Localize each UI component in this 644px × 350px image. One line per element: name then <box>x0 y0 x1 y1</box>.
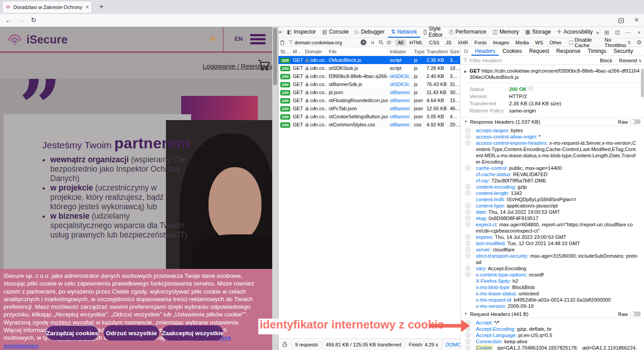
help-icon[interactable]: ? <box>466 184 470 189</box>
help-icon[interactable]: ? <box>466 339 470 344</box>
header-row[interactable]: x-ms-blob-type: BlockBlob <box>461 284 642 290</box>
help-icon[interactable]: ? <box>466 333 470 337</box>
site-logo[interactable]: iSecure <box>6 31 68 48</box>
details-scrollbar-thumb[interactable] <box>641 69 644 97</box>
details-tab-security[interactable]: Security <box>610 47 636 56</box>
help-icon[interactable]: ? <box>466 140 470 145</box>
throttling-dropdown[interactable]: No Throttling⇅ <box>602 37 633 48</box>
request-headers-section[interactable]: ▼ Request Headers (441 B) Raw <box>461 310 644 318</box>
header-row[interactable]: ?x-content-type-options: nosniff <box>461 272 642 278</box>
help-icon[interactable]: ? <box>466 128 470 133</box>
network-request-row[interactable]: 200GETcdn.co…otCommonStyles.cssotBanner…… <box>278 121 460 129</box>
header-row[interactable]: ?Accept-Encoding: gzip, deflate, br <box>461 326 642 332</box>
cart-icon[interactable] <box>257 59 271 71</box>
help-icon[interactable]: ? <box>466 234 470 239</box>
header-row[interactable]: ?Accept-Language: pl,en-US;q=0.5 <box>461 332 642 338</box>
devtools-meatball-menu-icon[interactable]: ⋯ <box>623 27 634 38</box>
header-row[interactable]: ?content-length: 1342 <box>461 190 642 196</box>
filter-clear-icon[interactable]: × <box>361 39 366 45</box>
details-tab-cookies[interactable]: Cookies <box>499 47 525 56</box>
network-request-row[interactable]: 200GETcdn.co…otPcTab.jsonotBanner…json12… <box>278 104 460 112</box>
type-filter-js[interactable]: JS <box>443 39 454 46</box>
header-row[interactable]: ?access-control-allow-origin: * <box>461 134 642 140</box>
twisty-icon[interactable]: ▶ <box>464 69 467 75</box>
forward-icon[interactable]: → <box>16 16 26 24</box>
help-icon[interactable]: ? <box>528 86 533 91</box>
help-icon[interactable]: ? <box>466 190 470 195</box>
header-row[interactable]: ?content-type: application/x-javascript <box>461 203 642 209</box>
initiator-cell[interactable]: otBanner… <box>388 98 412 103</box>
type-filter-media[interactable]: Media <box>513 39 531 46</box>
network-request-row[interactable]: 200GETcdn.co…f2890bc8-88eb-4bac-a266-df9… <box>278 72 460 80</box>
menu-hamburger-icon[interactable]: ≡ <box>631 16 641 23</box>
header-row[interactable]: ?strict-transport-security: max-age=3153… <box>461 253 642 265</box>
column-header-type[interactable]: Type <box>412 47 425 56</box>
help-icon[interactable]: ? <box>466 241 470 246</box>
column-header-domain[interactable]: Domain <box>303 47 327 56</box>
devtools-tab-accessibility[interactable]: ✛Accessibility <box>554 27 596 38</box>
network-settings-gear-icon[interactable]: ⚙ <box>636 39 642 46</box>
request-filter-input[interactable]: domain:cookielaw.org × <box>289 39 367 45</box>
header-row[interactable]: cf-ray: 72ac80f79f5a7b87-DME <box>461 177 642 184</box>
cookie-button-reject[interactable]: Odrzuć wszystkie <box>104 325 159 341</box>
header-row[interactable]: ?cache-control: public, max-age=14400 <box>461 165 642 171</box>
help-icon[interactable]: ? <box>466 345 470 350</box>
response-headers-section[interactable]: ▼ Response Headers (1.037 KB) Raw <box>461 118 644 126</box>
devtools-tab-style-editor[interactable]: {}Style Editor <box>420 27 446 38</box>
details-tab-headers[interactable]: Headers <box>471 47 499 56</box>
help-icon[interactable]: ? <box>466 203 470 208</box>
header-row[interactable]: ?accept-ranges: bytes <box>461 127 642 134</box>
collapse-caret-icon[interactable]: ▼ <box>464 312 468 316</box>
devtools-close-icon[interactable]: × <box>634 27 644 38</box>
header-row[interactable]: x-ms-lease-status: unlocked <box>461 290 642 297</box>
initiator-cell[interactable]: otBanner… <box>388 90 412 95</box>
tab-close-icon[interactable]: × <box>86 4 89 10</box>
header-row[interactable]: ?access-control-expose-headers: x-ms-req… <box>461 140 642 165</box>
raw-toggle[interactable] <box>630 119 641 124</box>
performance-analysis-stopwatch-icon[interactable] <box>278 341 292 348</box>
site-menu-hamburger-icon[interactable] <box>250 34 265 44</box>
help-icon[interactable]: ? <box>466 222 470 227</box>
network-request-row[interactable]: 200GETcdn.co…pl.jsonotBanner…js11.43 KB3… <box>278 88 460 96</box>
reload-icon[interactable]: ↻ <box>29 16 39 24</box>
type-filter-other[interactable]: Other <box>547 39 565 46</box>
network-request-row[interactable]: 200GETcdn.co…otCookieSettingsButton.json… <box>278 112 460 121</box>
disable-cache-checkbox[interactable] <box>569 40 573 45</box>
column-header-initiator[interactable]: Initiator <box>388 47 412 56</box>
header-row[interactable]: ?Connection: keep-alive <box>461 338 642 345</box>
header-row[interactable]: x-ms-version: 2009-09-19 <box>461 303 642 309</box>
devtools-tab-debugger[interactable]: ▷Debugger <box>352 27 388 38</box>
browser-tab[interactable]: Doradztwo w Zakresie Ochrony Dany × <box>3 1 91 13</box>
devtools-tab-inspector[interactable]: ◧Inspector <box>284 27 319 38</box>
search-icon[interactable] <box>377 40 385 45</box>
request-url-line[interactable]: ▶ GET https://cdn.cookielaw.org/consent/… <box>461 65 644 83</box>
initiator-cell[interactable]: otSDKSt… <box>388 82 412 87</box>
type-filter-all[interactable]: All <box>395 39 406 46</box>
header-row[interactable]: ?last-modified: Tue, 12 Oct 2021 14:48:1… <box>461 240 642 246</box>
column-header-m[interactable]: M… <box>291 47 303 56</box>
site-scrollbar-thumb[interactable] <box>273 28 277 85</box>
pocket-icon[interactable] <box>618 16 628 24</box>
initiator-cell[interactable]: otSDKSt… <box>388 73 412 79</box>
network-table-header[interactable]: St…M…DomainFileInitiatorTypeTransferredS… <box>278 47 460 56</box>
header-row[interactable]: x-ms-request-id: b4952d0e-a01e-0014-2132… <box>461 297 642 303</box>
header-row[interactable]: ?expires: Thu, 14 Jul 2022 23:00:53 GMT <box>461 234 642 240</box>
network-request-row[interactable]: 200GETcdn.co…OtAutoBlock.jsscriptjs2.35 … <box>278 56 460 64</box>
column-header-st[interactable]: St… <box>278 47 291 56</box>
block-button[interactable]: Block <box>600 58 612 63</box>
details-tab-request[interactable]: Request <box>526 47 553 56</box>
help-icon[interactable]: ? <box>466 216 470 220</box>
initiator-cell[interactable]: otBanner… <box>388 106 412 111</box>
headers-filter-placeholder[interactable]: Filter Headers <box>470 58 502 63</box>
collapse-caret-icon[interactable]: ▼ <box>464 120 468 124</box>
back-icon[interactable]: ← <box>4 16 13 24</box>
column-header-file[interactable]: File <box>327 47 388 56</box>
resend-button[interactable]: Resend ⇅ <box>619 58 642 63</box>
help-icon[interactable]: ? <box>466 134 470 139</box>
devtools-tab-performance[interactable]: ◴Performance <box>446 27 489 38</box>
help-icon[interactable]: ? <box>466 266 470 271</box>
help-icon[interactable]: ? <box>466 253 470 258</box>
devtools-tab-network[interactable]: ⇅Network <box>388 27 420 38</box>
header-row[interactable]: content-md5: ISVHQDp8yLpS5h8SniPgIw== <box>461 196 642 203</box>
devtools-tab-memory[interactable]: ◫Memory <box>489 27 522 38</box>
